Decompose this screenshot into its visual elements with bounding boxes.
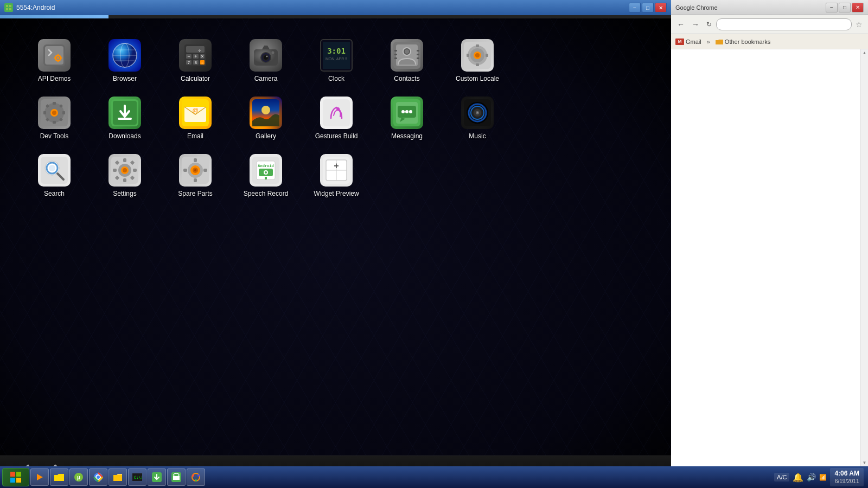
browser-window-title: Google Chrome	[675, 4, 718, 11]
app-icon-dev-tools[interactable]: Dev Tools	[22, 92, 87, 144]
svg-point-114	[123, 168, 127, 172]
svg-rect-5	[45, 46, 63, 65]
app-icon-messaging[interactable]: Messaging	[374, 92, 439, 144]
gmail-icon: M	[675, 38, 684, 45]
browser-close[interactable]: ✕	[852, 3, 864, 12]
app-icon-clock[interactable]: 3:01 MON, APR 5 Clock	[304, 35, 369, 87]
dev-tools-label: Dev Tools	[40, 132, 68, 140]
svg-point-37	[266, 56, 268, 57]
taskbar-item-folder[interactable]	[50, 468, 68, 486]
svg-text:8: 8	[195, 61, 197, 65]
taskbar-item-download[interactable]	[148, 468, 166, 486]
svg-rect-66	[53, 102, 56, 105]
android-screen: API Demos	[0, 18, 671, 488]
other-bookmarks[interactable]: Other bookmarks	[716, 38, 770, 45]
ac-label: A/C	[774, 473, 789, 481]
scrollbar-up[interactable]: ▲	[863, 50, 867, 55]
app-icon-gestures[interactable]: Gestures Build	[304, 92, 369, 144]
folder-icon	[716, 38, 723, 45]
svg-rect-76	[118, 118, 132, 120]
svg-rect-130	[265, 177, 267, 179]
taskbar-volume-icon: 🔊	[807, 473, 816, 481]
app-icon-spare-parts[interactable]: Spare Parts	[163, 150, 228, 202]
svg-point-81	[261, 106, 270, 114]
app-icon-calculator[interactable]: ÷ − + × 7 8 =	[163, 35, 228, 87]
clock-icon: 3:01 MON, APR 5	[320, 39, 353, 72]
clock-label: Clock	[328, 75, 344, 82]
downloads-icon	[108, 97, 141, 129]
taskbar-item-media[interactable]	[30, 468, 49, 486]
svg-rect-117	[194, 178, 197, 182]
widget-preview-label: Widget Preview	[314, 190, 359, 197]
browser-maximize[interactable]: □	[839, 3, 851, 12]
svg-point-38	[272, 52, 275, 54]
svg-rect-16	[186, 46, 205, 53]
svg-point-97	[477, 112, 478, 113]
svg-rect-119	[203, 169, 207, 172]
window-title: 5554:Android	[16, 4, 55, 11]
taskbar-item-android[interactable]	[167, 468, 186, 486]
widget-preview-icon: +	[320, 154, 353, 187]
browser-star-icon[interactable]: ☆	[853, 20, 865, 29]
app-icon-contacts[interactable]: Contacts	[374, 35, 439, 87]
svg-point-129	[265, 171, 267, 174]
title-bar-left: 5554:Android	[4, 3, 55, 12]
app-icon-browser[interactable]: Browser	[92, 35, 157, 87]
app-icon-speech-record[interactable]: Android Speech Record	[233, 150, 298, 202]
app-icon-custom-locale[interactable]: Custom Locale	[445, 35, 510, 87]
messaging-label: Messaging	[391, 132, 423, 140]
app-icon-music[interactable]: Music	[445, 92, 510, 144]
svg-marker-32	[262, 46, 270, 49]
taskbar-item-chrome[interactable]	[89, 468, 107, 486]
android-emulator-window: 5554:Android − □ ✕	[0, 0, 671, 488]
browser-refresh[interactable]: ↻	[704, 20, 714, 29]
svg-text:µ: µ	[77, 474, 80, 480]
app-icon-search[interactable]: Search	[22, 150, 87, 202]
taskbar-item-cmd[interactable]: C:\>	[128, 468, 146, 486]
app-icon-api-demos[interactable]: API Demos	[22, 35, 87, 87]
browser-label: Browser	[113, 75, 137, 82]
start-button[interactable]	[2, 468, 29, 486]
taskbar-item-paint[interactable]	[187, 468, 205, 486]
browser-address-bar[interactable]	[716, 18, 852, 30]
calculator-icon: ÷ − + × 7 8 =	[179, 39, 212, 72]
close-button[interactable]: ✕	[655, 3, 667, 12]
app-icon-camera[interactable]: Camera	[233, 35, 298, 87]
calculator-label: Calculator	[181, 75, 210, 82]
browser-back[interactable]: ←	[674, 19, 687, 30]
settings-icon-img	[108, 154, 141, 187]
app-icon-email[interactable]: @ Email	[163, 92, 228, 144]
browser-scrollbar[interactable]: ▲ ▼	[860, 49, 868, 466]
gmail-bookmark[interactable]: M Gmail	[675, 38, 701, 45]
svg-text:=: =	[201, 61, 203, 65]
app-icon-gallery[interactable]: Gallery	[233, 92, 298, 144]
speech-record-label: Speech Record	[244, 190, 289, 197]
svg-rect-2	[6, 8, 8, 10]
messaging-icon	[391, 97, 423, 129]
camera-label: Camera	[254, 75, 278, 82]
taskbar-item-explorer[interactable]	[108, 468, 127, 486]
svg-text:@: @	[193, 107, 199, 113]
app-icon-widget-preview[interactable]: + Widget Preview	[304, 150, 369, 202]
browser-minimize[interactable]: −	[826, 3, 838, 12]
maximize-button[interactable]: □	[642, 3, 654, 12]
svg-point-57	[475, 53, 480, 57]
app-icon-settings[interactable]: Settings	[92, 150, 157, 202]
custom-locale-label: Custom Locale	[456, 75, 499, 82]
minimize-button[interactable]: −	[629, 3, 641, 12]
svg-rect-50	[417, 50, 419, 52]
gestures-icon	[320, 97, 353, 129]
svg-point-164	[195, 479, 197, 481]
browser-forward[interactable]: →	[689, 19, 702, 30]
app-icon-downloads[interactable]: Downloads	[92, 92, 157, 144]
system-clock[interactable]: 4:06 AM 6/19/2011	[830, 468, 864, 487]
svg-point-83	[336, 107, 340, 111]
gallery-label: Gallery	[256, 132, 276, 140]
taskbar-item-utorrent[interactable]: µ	[69, 468, 88, 486]
browser-title-buttons: − □ ✕	[826, 3, 864, 12]
svg-text:MON, APR 5: MON, APR 5	[326, 57, 347, 61]
scrollbar-down[interactable]: ▼	[863, 460, 867, 465]
search-label: Search	[44, 190, 65, 197]
browser-title-bar: Google Chrome − □ ✕	[671, 0, 868, 15]
title-bar-buttons: − □ ✕	[629, 3, 667, 12]
